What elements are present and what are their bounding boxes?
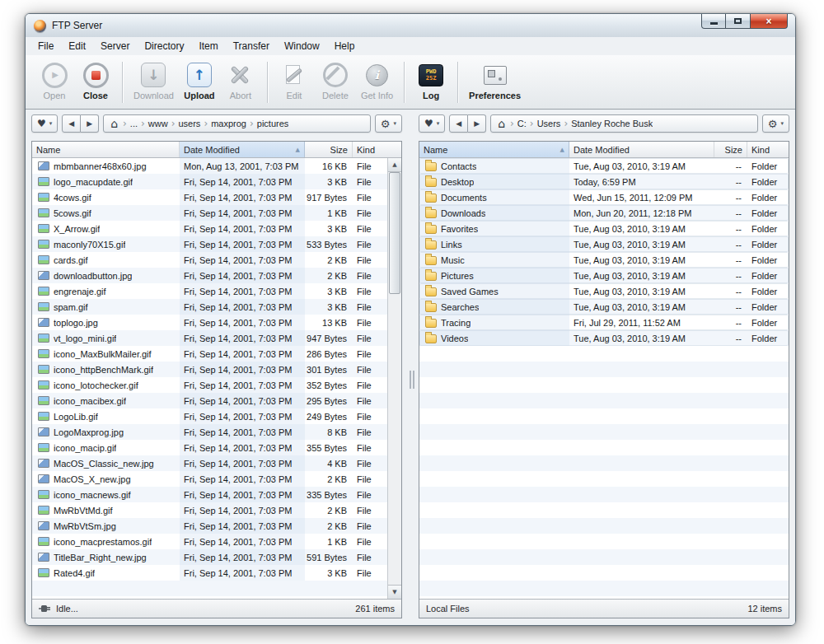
remote-scrollbar[interactable]: ▲ ▼ [387, 158, 401, 599]
remote-file-row-icono-macnews-gif[interactable]: icono_macnews.gif Fri, Sep 14, 2001, 7:0… [32, 487, 401, 502]
local-file-row-contacts[interactable]: Contacts Tue, Aug 03, 2010, 3:19 AM -- F… [419, 158, 789, 174]
scroll-up-button[interactable]: ▲ [388, 158, 401, 172]
minimize-button[interactable] [701, 14, 726, 29]
menu-item-server[interactable]: Server [93, 39, 137, 54]
local-forward-button[interactable]: ▶ [468, 114, 486, 133]
remote-crumb-pictures[interactable]: pictures [257, 119, 289, 128]
menu-item-help[interactable]: Help [327, 39, 363, 54]
panel-splitter[interactable] [402, 141, 419, 618]
menu-item-edit[interactable]: Edit [61, 39, 93, 54]
remote-file-row-mwrbvtmd-gif[interactable]: MwRbVtMd.gif Fri, Sep 14, 2001, 7:03 PM … [32, 502, 401, 518]
local-home-button[interactable]: ⌂ [496, 118, 507, 129]
local-favorites-button[interactable]: ♥ ▾ [419, 114, 445, 133]
remote-file-row-rated4-gif[interactable]: Rated4.gif Fri, Sep 14, 2001, 7:03 PM 3 … [32, 565, 401, 581]
local-file-row-searches[interactable]: Searches Tue, Aug 03, 2010, 3:19 AM -- F… [419, 299, 789, 315]
remote-file-row-icono-macip-gif[interactable]: icono_macip.gif Fri, Sep 14, 2001, 7:03 … [32, 440, 401, 455]
remote-file-row-logomaxprog-jpg[interactable]: LogoMaxprog.jpg Fri, Sep 14, 2001, 7:03 … [32, 424, 401, 440]
scroll-down-button[interactable]: ▼ [388, 585, 401, 599]
remote-file-row-maconly70x15-gif[interactable]: maconly70X15.gif Fri, Sep 14, 2001, 7:03… [32, 236, 401, 252]
toolbar-button-upload[interactable]: ↑ Upload [179, 59, 220, 102]
remote-column-header-date-modified[interactable]: Date Modified▲ [180, 142, 305, 157]
chevron-down-icon: ▾ [437, 120, 440, 127]
remote-crumb-[interactable]: ... [130, 119, 138, 128]
local-file-row-tracing[interactable]: Tracing Fri, Jul 29, 2011, 11:52 AM -- F… [419, 315, 789, 330]
local-file-row-videos[interactable]: Videos Tue, Aug 03, 2010, 3:19 AM -- Fol… [419, 330, 789, 346]
toolbar-button-edit[interactable]: Edit [274, 59, 315, 102]
remote-column-header-name[interactable]: Name [32, 142, 180, 157]
toolbar-button-abort[interactable]: Abort [220, 59, 261, 102]
remote-crumb-www[interactable]: www [148, 119, 168, 128]
remote-file-row-x-arrow-gif[interactable]: X_Arrow.gif Fri, Sep 14, 2001, 7:03 PM 3… [32, 221, 401, 236]
remote-file-row-mwrbvtsm-jpg[interactable]: MwRbVtSm.jpg Fri, Sep 14, 2001, 7:03 PM … [32, 518, 401, 534]
remote-back-button[interactable]: ◀ [62, 114, 81, 133]
remote-crumb-users[interactable]: users [178, 119, 200, 128]
remote-file-row-icono-maxbulkmailer-gif[interactable]: icono_MaxBulkMailer.gif Fri, Sep 14, 200… [32, 346, 401, 362]
remote-file-row-5cows-gif[interactable]: 5cows.gif Fri, Sep 14, 2001, 7:03 PM 1 K… [32, 205, 401, 221]
remote-column-header-kind[interactable]: Kind [353, 142, 387, 157]
remote-file-row-icono-macprestamos-gif[interactable]: icono_macprestamos.gif Fri, Sep 14, 2001… [32, 534, 401, 549]
remote-file-row-downloadbutton-jpg[interactable]: downloadbutton.jpg Fri, Sep 14, 2001, 7:… [32, 268, 401, 283]
file-date: Fri, Sep 14, 2001, 7:03 PM [180, 174, 305, 189]
local-column-header-date-modified[interactable]: Date Modified [569, 142, 714, 157]
toolbar-button-preferences[interactable]: Preferences [464, 59, 526, 102]
crumb-separator-icon: › [204, 118, 208, 129]
file-name: MacOS_X_new.jpg [54, 474, 131, 484]
remote-file-row-toplogo-jpg[interactable]: toplogo.jpg Fri, Sep 14, 2001, 7:03 PM 1… [32, 315, 401, 330]
local-crumb-users[interactable]: Users [537, 119, 561, 128]
remote-file-row-logolib-gif[interactable]: LogoLib.gif Fri, Sep 14, 2001, 7:03 PM 2… [32, 408, 401, 424]
menu-item-file[interactable]: File [30, 39, 61, 54]
toolbar-button-download[interactable]: ↓ Download [129, 59, 179, 102]
maximize-button[interactable] [726, 14, 750, 29]
toolbar-button-delete[interactable]: Delete [315, 59, 356, 102]
file-icon [38, 380, 49, 390]
remote-file-row-macos-x-new-jpg[interactable]: MacOS_X_new.jpg Fri, Sep 14, 2001, 7:03 … [32, 471, 401, 487]
remote-file-row-logo-macupdate-gif[interactable]: logo_macupdate.gif Fri, Sep 14, 2001, 7:… [32, 174, 401, 189]
local-column-header-size[interactable]: Size [714, 142, 747, 157]
toolbar-button-get-info[interactable]: i Get Info [356, 59, 398, 102]
local-file-row-music[interactable]: Music Tue, Aug 03, 2010, 3:19 AM -- Fold… [419, 252, 789, 268]
local-crumb-stanley-roche-busk[interactable]: Stanley Roche Busk [571, 119, 653, 128]
menu-item-window[interactable]: Window [277, 39, 327, 54]
remote-file-row-titlebar-right-new-jpg[interactable]: TitleBar_Right_new.jpg Fri, Sep 14, 2001… [32, 549, 401, 565]
remote-home-button[interactable]: ⌂ [109, 118, 119, 129]
remote-file-row-4cows-gif[interactable]: 4cows.gif Fri, Sep 14, 2001, 7:03 PM 917… [32, 189, 401, 205]
local-file-row-links[interactable]: Links Tue, Aug 03, 2010, 3:19 AM -- Fold… [419, 236, 789, 252]
remote-file-row-cards-gif[interactable]: cards.gif Fri, Sep 14, 2001, 7:03 PM 2 K… [32, 252, 401, 268]
toolbar-button-close[interactable]: Close [75, 59, 116, 102]
menu-item-directory[interactable]: Directory [137, 39, 191, 54]
remote-file-row-icono-lotochecker-gif[interactable]: icono_lotochecker.gif Fri, Sep 14, 2001,… [32, 377, 401, 393]
close-window-button[interactable]: × [750, 14, 788, 29]
file-name: 5cows.gif [54, 208, 91, 218]
remote-file-row-icono-macibex-gif[interactable]: icono_macibex.gif Fri, Sep 14, 2001, 7:0… [32, 393, 401, 408]
menu-item-item[interactable]: Item [191, 39, 225, 54]
remote-file-row-icono-httpbenchmark-gif[interactable]: icono_httpBenchMark.gif Fri, Sep 14, 200… [32, 362, 401, 377]
toolbar-button-open[interactable]: ▶ Open [34, 59, 75, 102]
local-file-row-saved-games[interactable]: Saved Games Tue, Aug 03, 2010, 3:19 AM -… [419, 283, 789, 299]
local-file-row-desktop[interactable]: Desktop Today, 6:59 PM -- Folder [419, 174, 789, 189]
titlebar[interactable]: FTP Server × [26, 14, 795, 37]
local-column-header-name[interactable]: Name▲ [419, 142, 569, 157]
local-file-row-downloads[interactable]: Downloads Mon, Jun 20, 2011, 12:18 PM --… [419, 205, 789, 221]
toolbar-button-log[interactable]: PWD25Z Log [410, 59, 452, 102]
local-file-row-documents[interactable]: Documents Wed, Jun 15, 2011, 12:09 PM --… [419, 189, 789, 205]
remote-file-row-macos-classic-new-jpg[interactable]: MacOS_Classic_new.jpg Fri, Sep 14, 2001,… [32, 455, 401, 471]
file-date: Tue, Aug 03, 2010, 3:19 AM [569, 271, 714, 281]
local-column-header-kind[interactable]: Kind [747, 142, 789, 157]
local-actions-button[interactable]: ⚙ ▾ [762, 114, 789, 133]
remote-file-row-vt-logo-mini-gif[interactable]: vt_logo_mini.gif Fri, Sep 14, 2001, 7:03… [32, 330, 401, 346]
remote-file-row-engrenaje-gif[interactable]: engrenaje.gif Fri, Sep 14, 2001, 7:03 PM… [32, 283, 401, 299]
remote-column-header-size[interactable]: Size [305, 142, 353, 157]
scrollbar-thumb[interactable] [389, 172, 400, 294]
remote-file-row-mbmbanner468x60-jpg[interactable]: mbmbanner468x60.jpg Mon, Aug 13, 2001, 7… [32, 158, 401, 174]
local-file-row-pictures[interactable]: Pictures Tue, Aug 03, 2010, 3:19 AM -- F… [419, 268, 789, 283]
remote-actions-button[interactable]: ⚙ ▾ [375, 114, 402, 133]
local-file-row-favorites[interactable]: Favorites Tue, Aug 03, 2010, 3:19 AM -- … [419, 221, 789, 236]
local-crumb-c[interactable]: C: [517, 119, 527, 128]
remote-file-row-spam-gif[interactable]: spam.gif Fri, Sep 14, 2001, 7:03 PM 3 KB… [32, 299, 401, 315]
remote-crumb-maxprog[interactable]: maxprog [211, 119, 246, 128]
menu-item-transfer[interactable]: Transfer [226, 39, 277, 54]
remote-favorites-button[interactable]: ♥ ▾ [31, 114, 58, 133]
local-back-button[interactable]: ◀ [449, 114, 468, 133]
file-date: Fri, Sep 14, 2001, 7:03 PM [180, 518, 305, 534]
remote-forward-button[interactable]: ▶ [81, 114, 99, 133]
